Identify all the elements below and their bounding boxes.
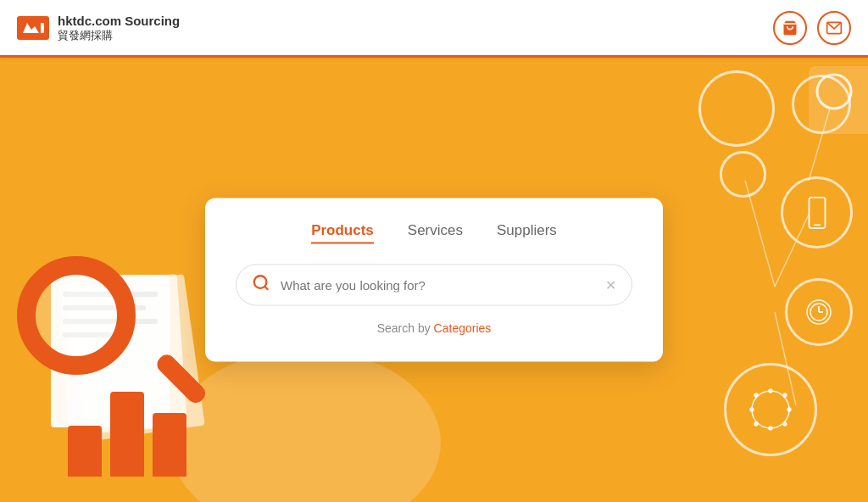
left-illustration [0, 163, 229, 502]
tab-suppliers[interactable]: Suppliers [497, 222, 557, 244]
logo-icon [17, 16, 49, 40]
header-icons [773, 11, 851, 45]
search-icon [252, 274, 270, 297]
search-tabs: Products Services Suppliers [236, 222, 632, 244]
bar-1 [68, 426, 102, 477]
clear-icon[interactable]: ✕ [605, 277, 616, 293]
svg-line-24 [775, 312, 796, 405]
bar-chart [68, 392, 186, 477]
search-input[interactable] [281, 278, 595, 293]
svg-line-23 [775, 215, 809, 287]
bar-2 [110, 392, 144, 477]
header: hktdc.com Sourcing 貿發網採購 [0, 0, 868, 58]
svg-point-25 [254, 276, 267, 288]
logo-text: hktdc.com Sourcing 貿發網採購 [58, 14, 180, 42]
tab-services[interactable]: Services [408, 222, 463, 244]
logo-area: hktdc.com Sourcing 貿發網採購 [17, 14, 180, 42]
search-by-label: Search by [377, 321, 431, 335]
svg-line-26 [264, 287, 268, 290]
svg-line-22 [745, 181, 775, 287]
mail-button[interactable] [817, 11, 851, 45]
svg-rect-2 [41, 23, 44, 33]
search-bar: ✕ [236, 265, 632, 306]
connector-lines [698, 58, 868, 502]
tab-products[interactable]: Products [311, 222, 374, 244]
logo-english: hktdc.com Sourcing [58, 14, 180, 29]
hero-section: Products Services Suppliers ✕ Search by … [0, 58, 868, 502]
cart-button[interactable] [773, 11, 807, 45]
search-card: Products Services Suppliers ✕ Search by … [205, 198, 663, 362]
bar-3 [153, 413, 186, 477]
categories-link[interactable]: Categories [434, 321, 492, 335]
right-illustration [698, 58, 868, 502]
svg-line-21 [809, 109, 830, 181]
logo-chinese: 貿發網採購 [58, 29, 180, 42]
magnifier-circle [17, 256, 136, 375]
search-by-categories: Search by Categories [236, 321, 632, 335]
